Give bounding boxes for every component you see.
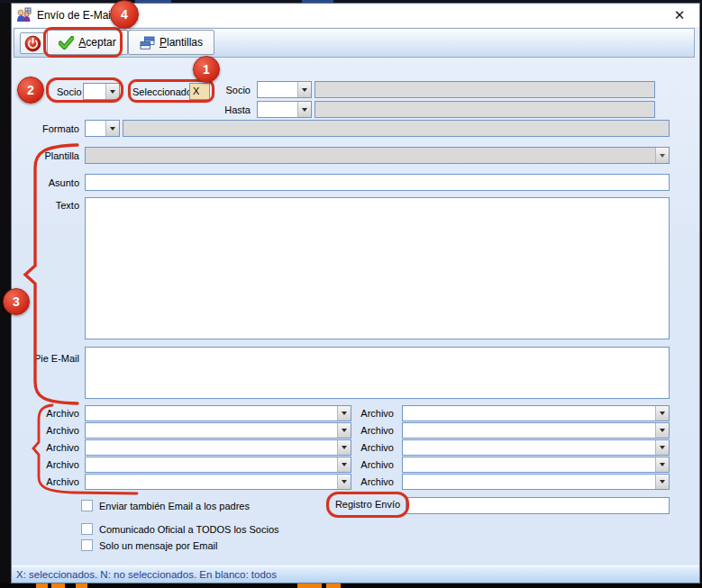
archivo-label: Archivo [7,425,79,436]
chevron-down-icon[interactable] [337,440,351,455]
socio-name-field [315,81,655,98]
annotation-badge-4: 4 [110,0,139,29]
socio-label: Socio [216,85,251,95]
archivo-label: Archivo [7,476,79,487]
plantillas-label: Plantillas [160,36,203,49]
archivo-label: Archivo [359,442,394,453]
hasta-label: Hasta [216,104,251,115]
check-icon [59,36,74,50]
archivo-label: Archivo [359,476,394,487]
chevron-down-icon[interactable] [105,84,119,99]
texto-textarea[interactable] [85,197,670,339]
aceptar-label: Aceptar [78,36,115,49]
checkbox-email-padres[interactable] [81,500,93,511]
hasta-name-field [315,101,655,118]
taskbar-icon-sliver [36,583,48,588]
chevron-down-icon[interactable] [337,475,351,489]
window-title: Envío de E-Mails [37,9,119,22]
app-icon [16,7,32,23]
checkbox-solo-mensaje[interactable] [81,539,93,551]
archivo-right-combo-2[interactable] [402,422,670,439]
formato-label: Formato [7,123,79,134]
archivo-label: Archivo [7,459,79,470]
aceptar-button[interactable]: Aceptar [47,30,128,55]
annotation-badge-3: 3 [3,288,30,315]
socio-small-label: Socio [57,86,82,97]
plantillas-button[interactable]: Plantillas [128,30,214,55]
hasta-combo[interactable] [257,101,312,118]
taskbar-icon-sliver [76,583,87,588]
socio-small-combo[interactable] [83,83,120,100]
archivo-right-combo-3[interactable] [402,439,670,456]
archivo-left-combo-5[interactable] [85,474,351,490]
archivo-label: Archivo [359,408,394,419]
checkbox-comunicado-oficial[interactable] [81,523,93,535]
archivo-left-combo-3[interactable] [85,439,351,456]
chevron-down-icon[interactable] [337,423,351,438]
chevron-down-icon[interactable] [297,82,311,97]
socio-small-value [84,84,87,99]
chevron-down-icon[interactable] [297,102,311,117]
checkbox-email-padres-label: Enviar también Email a los padres [99,501,250,511]
chevron-down-icon[interactable] [655,148,669,163]
chevron-down-icon[interactable] [655,475,669,489]
archivo-left-combo-4[interactable] [85,457,351,473]
checkbox-solo-mensaje-label: Solo un mensaje por Email [99,540,217,551]
archivo-label: Archivo [7,442,79,453]
asunto-input[interactable] [85,174,670,191]
asunto-label: Asunto [7,177,79,188]
archivo-label: Archivo [359,459,394,470]
archivo-right-combo-4[interactable] [402,457,670,473]
plantilla-combo[interactable] [85,147,670,164]
taskbar-sliver [0,583,702,588]
taskbar-icon-sliver [51,583,65,588]
socio-combo[interactable] [257,81,312,98]
chevron-down-icon[interactable] [655,440,669,455]
status-text: X: seleccionados. N: no seleccionados. E… [16,569,277,580]
archivo-right-combo-5[interactable] [402,474,670,490]
chevron-down-icon[interactable] [105,121,119,136]
seleccionado-label: Seleccionado [132,86,192,97]
templates-icon [140,36,155,50]
taskbar-icon-sliver [297,583,322,588]
registro-envio-label: Registro Envío [326,499,409,510]
chevron-down-icon[interactable] [655,406,669,421]
chevron-down-icon[interactable] [655,457,669,472]
checkbox-comunicado-oficial-label: Comunicado Oficial a TODOS los Socios [99,524,279,535]
texto-label: Texto [7,200,79,211]
archivo-left-combo-2[interactable] [85,422,351,439]
taskbar-icon-sliver [326,583,341,588]
status-bar: X: seleccionados. N: no seleccionados. E… [12,565,699,583]
seleccionado-input[interactable]: X [189,83,210,100]
chevron-down-icon[interactable] [337,406,351,421]
archivo-right-combo-1[interactable] [402,405,670,421]
formato-combo[interactable] [85,120,120,137]
archivo-label: Archivo [359,425,394,436]
close-icon[interactable]: ✕ [670,6,688,24]
exit-button[interactable] [20,32,45,54]
power-icon [24,35,41,52]
annotation-badge-2: 2 [17,77,44,104]
formato-desc-field [123,120,670,137]
pie-email-label: Pie E-Mail [7,353,79,364]
registro-envio-input[interactable] [406,497,670,514]
annotation-badge-1: 1 [193,56,220,83]
pie-email-textarea[interactable] [85,347,670,399]
plantilla-label: Plantilla [7,150,79,161]
chevron-down-icon[interactable] [337,457,351,472]
archivo-left-combo-1[interactable] [85,405,351,421]
archivo-label: Archivo [7,408,79,419]
chevron-down-icon[interactable] [655,423,669,438]
screen: Envío de E-Mails ✕ Aceptar Plantillas [0,0,702,588]
